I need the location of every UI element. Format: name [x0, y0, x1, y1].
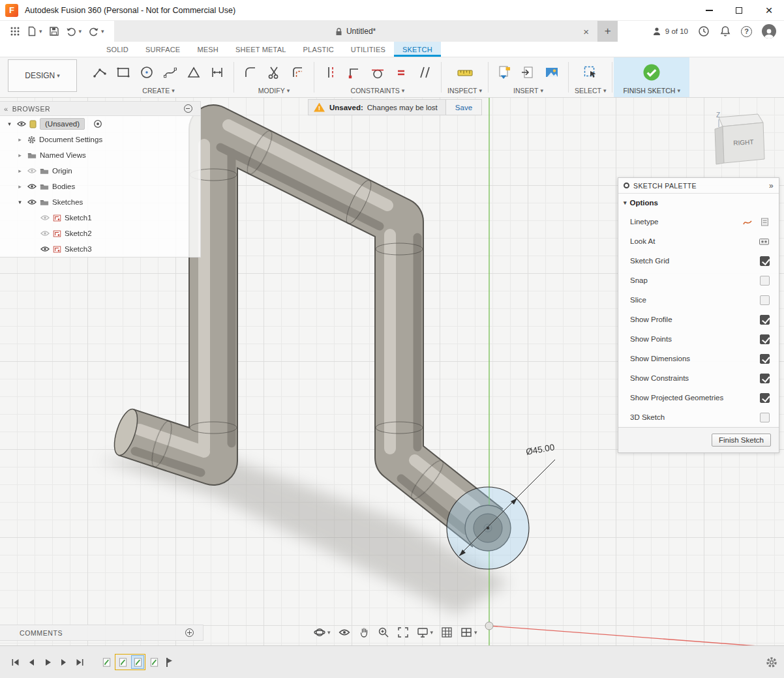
finish-sketch-palette-button[interactable]: Finish Sketch	[712, 434, 771, 447]
node-label[interactable]: Origin	[52, 167, 72, 175]
dimension-text[interactable]: Ø45.00	[525, 442, 555, 456]
tree-sketch3[interactable]: Sketch3	[0, 241, 200, 257]
timeline-feature-sketch[interactable]	[100, 655, 113, 669]
close-button[interactable]	[754, 0, 784, 20]
minimize-button[interactable]	[694, 0, 724, 20]
pan-hand-icon[interactable]	[356, 625, 372, 640]
expand-icon[interactable]	[16, 199, 24, 205]
polygon-tool-button[interactable]	[183, 62, 204, 83]
coincident-constraint-icon[interactable]	[344, 62, 365, 83]
expand-icon[interactable]	[16, 136, 24, 143]
timeline-position-marker[interactable]	[162, 655, 175, 669]
tab-surface[interactable]: SURFACE	[137, 42, 188, 57]
finish-sketch-menu[interactable]: FINISH SKETCH	[623, 86, 680, 97]
collapse-browser-icon[interactable]	[4, 105, 8, 113]
timeline-play-button[interactable]	[39, 655, 55, 670]
look-at-icon[interactable]	[759, 237, 770, 246]
spline-tool-button[interactable]	[160, 62, 181, 83]
maximize-button[interactable]	[724, 0, 754, 20]
sketch-label[interactable]: Sketch1	[65, 214, 92, 222]
viewports-icon[interactable]	[459, 625, 479, 640]
slice-checkbox[interactable]	[760, 295, 770, 305]
grid-snap-icon[interactable]	[439, 625, 455, 640]
show-profile-checkbox[interactable]	[760, 315, 770, 325]
options-section-header[interactable]: Options	[618, 194, 779, 212]
node-label[interactable]: Bodies	[52, 183, 75, 190]
constraints-menu[interactable]: CONSTRAINTS	[351, 86, 405, 97]
rectangle-tool-button[interactable]	[113, 62, 134, 83]
snap-checkbox[interactable]	[760, 276, 770, 286]
new-tab-button[interactable]	[598, 21, 618, 42]
parallel-constraint-icon[interactable]	[414, 62, 435, 83]
tree-sketches[interactable]: Sketches	[0, 194, 200, 210]
canvas-image-button[interactable]	[541, 62, 562, 83]
zoom-icon[interactable]	[376, 625, 391, 640]
history-clock-icon[interactable]	[698, 25, 710, 37]
expand-icon[interactable]	[16, 152, 24, 158]
file-menu-icon[interactable]	[23, 23, 46, 40]
trim-tool-button[interactable]	[264, 62, 284, 83]
tree-sketch1[interactable]: Sketch1	[0, 210, 200, 226]
expand-icon[interactable]	[16, 168, 24, 174]
visibility-off-icon[interactable]	[40, 230, 50, 237]
expand-icon[interactable]	[5, 121, 14, 127]
line-tool-button[interactable]	[89, 62, 110, 83]
orbit-icon[interactable]	[312, 625, 333, 640]
timeline-step-forward-button[interactable]	[55, 655, 72, 670]
browser-options-icon[interactable]	[184, 104, 192, 113]
palette-handle-icon[interactable]	[624, 183, 629, 188]
job-status[interactable]: 9 of 10	[652, 26, 688, 37]
sketch-label[interactable]: Sketch2	[65, 229, 92, 237]
finish-sketch-button[interactable]	[641, 62, 662, 83]
node-label[interactable]: Document Settings	[39, 136, 102, 143]
root-document-label[interactable]: (Unsaved)	[40, 118, 85, 130]
visibility-icon[interactable]	[27, 183, 37, 190]
tree-bodies[interactable]: Bodies	[0, 179, 200, 194]
fit-icon[interactable]	[395, 625, 411, 640]
tab-utilities[interactable]: UTILITIES	[342, 42, 394, 57]
timeline-step-back-button[interactable]	[23, 655, 39, 670]
linetype-curve-icon[interactable]	[742, 217, 753, 227]
visibility-off-icon[interactable]	[27, 168, 37, 174]
view-cube[interactable]: Z RIGHT	[703, 106, 775, 171]
visibility-icon[interactable]	[27, 199, 37, 205]
document-tab[interactable]: Untitled*	[114, 21, 598, 42]
close-tab-icon[interactable]	[580, 25, 592, 37]
linetype-construction-icon[interactable]	[760, 217, 770, 227]
visibility-off-icon[interactable]	[40, 214, 50, 221]
visibility-icon[interactable]	[17, 121, 26, 127]
timeline-settings-gear-icon[interactable]	[766, 656, 777, 668]
node-label[interactable]: Sketches	[52, 198, 83, 206]
tab-solid[interactable]: SOLID	[98, 42, 137, 57]
display-settings-icon[interactable]	[415, 625, 436, 640]
viewport-canvas[interactable]: Ø45.00 ! Unsaved: Changes may be lost Sa…	[0, 98, 784, 645]
tab-sheet-metal[interactable]: SHEET METAL	[227, 42, 295, 57]
palette-collapse-icon[interactable]	[769, 181, 774, 190]
timeline-feature-group[interactable]	[115, 654, 145, 670]
add-comment-icon[interactable]	[185, 628, 194, 637]
timeline-track[interactable]	[100, 654, 175, 670]
insert-menu[interactable]: INSERT	[513, 86, 543, 97]
measure-tool-button[interactable]	[455, 62, 475, 83]
tree-sketch2[interactable]: Sketch2	[0, 226, 200, 241]
timeline-go-to-end-button[interactable]	[72, 655, 88, 670]
sketch-label[interactable]: Sketch3	[65, 245, 92, 253]
vertical-horizontal-constraint-icon[interactable]	[320, 62, 341, 83]
show-points-checkbox[interactable]	[760, 334, 770, 344]
avatar[interactable]	[762, 24, 776, 38]
timeline-go-to-start-button[interactable]	[7, 655, 23, 670]
circle-tool-button[interactable]	[136, 62, 157, 83]
tab-sketch[interactable]: SKETCH	[394, 42, 441, 57]
show-constraints-checkbox[interactable]	[760, 374, 770, 383]
visibility-icon[interactable]	[40, 246, 50, 252]
select-menu[interactable]: SELECT	[575, 86, 606, 97]
app-grid-icon[interactable]	[7, 23, 23, 40]
sketch-grid-checkbox[interactable]	[760, 256, 770, 266]
tab-mesh[interactable]: MESH	[188, 42, 227, 57]
insert-svg-button[interactable]	[494, 62, 515, 83]
timeline-feature-sketch-selected[interactable]	[131, 655, 144, 669]
sketch-dimension-button[interactable]	[207, 62, 228, 83]
create-menu[interactable]: CREATE	[142, 86, 174, 97]
help-icon[interactable]	[741, 26, 752, 37]
undo-icon[interactable]	[63, 23, 85, 40]
